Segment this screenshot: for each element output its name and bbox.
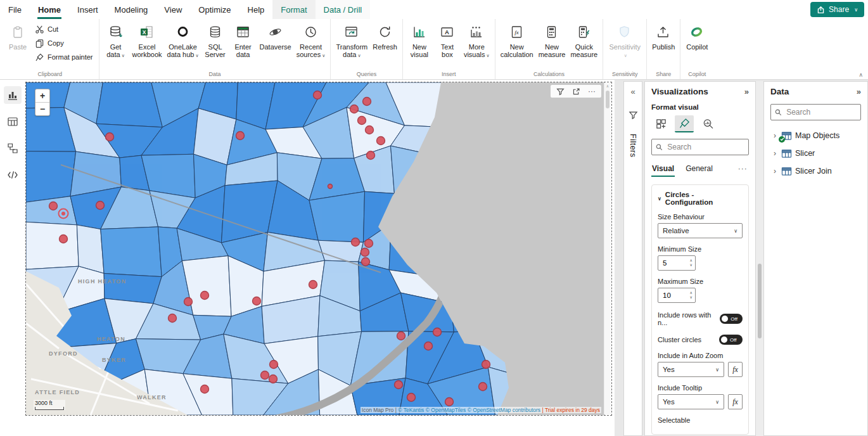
filter-funnel-icon[interactable] xyxy=(555,86,565,96)
search-input[interactable] xyxy=(666,142,744,152)
quick-measure-button[interactable]: Quickmeasure xyxy=(568,21,599,68)
table-label: Slicer xyxy=(795,149,815,158)
spin-down-icon[interactable]: ∨ xyxy=(690,295,692,300)
cluster-circles-toggle[interactable]: Off xyxy=(719,335,743,345)
minimum-size-input[interactable] xyxy=(658,259,686,267)
visualizations-search[interactable] xyxy=(651,139,749,155)
onelake-data-hub-button[interactable]: OneLakedata hub∨ xyxy=(165,21,201,68)
publish-button[interactable]: Publish xyxy=(650,21,677,68)
map-scale: 3000 ft xyxy=(34,400,65,410)
attribution-link[interactable]: © TeKantis xyxy=(398,407,424,413)
table-map-objects[interactable]: › Map Objects xyxy=(770,128,861,143)
zoom-in-button[interactable]: + xyxy=(35,89,49,102)
dax-query-view-icon xyxy=(6,169,19,181)
section-title: Circles - Configuration xyxy=(665,191,743,206)
expand-chevron-icon[interactable]: › xyxy=(772,131,778,140)
menu-tab-view[interactable]: View xyxy=(156,0,190,19)
maximum-size-spinner[interactable]: ∧∨ xyxy=(658,288,696,303)
expand-chevron-icon[interactable]: › xyxy=(772,167,778,176)
visualizations-scrollbar[interactable] xyxy=(756,81,763,436)
scroll-up-arrow[interactable]: ∧ xyxy=(604,83,611,89)
selectable-label: Selectable xyxy=(658,416,743,424)
transform-data-button[interactable]: Transformdata∨ xyxy=(334,21,369,68)
table-slicer[interactable]: › Slicer xyxy=(770,146,861,161)
spin-down-icon[interactable]: ∨ xyxy=(690,263,692,267)
menu-tab-modeling[interactable]: Modeling xyxy=(106,0,156,19)
svg-text:fx: fx xyxy=(514,29,519,35)
tab-general[interactable]: General xyxy=(685,162,713,177)
zoom-out-button[interactable]: − xyxy=(35,102,49,115)
menu-tab-home[interactable]: Home xyxy=(30,0,69,19)
maximum-size-input[interactable] xyxy=(658,291,686,300)
sensitivity-button[interactable]: Sensitivity∨ xyxy=(606,21,643,68)
spin-up-icon[interactable]: ∧ xyxy=(690,291,692,295)
expand-filters-icon[interactable]: « xyxy=(630,87,635,96)
canvas-vertical-scrollbar[interactable]: ∧ xyxy=(604,83,611,414)
attribution-link[interactable]: © OpenMapTiles xyxy=(426,407,466,413)
build-visual-icon[interactable] xyxy=(651,115,670,132)
spin-up-icon[interactable]: ∧ xyxy=(690,259,692,263)
report-canvas[interactable]: HIGH HEATONHEATONDYFORDBYKERWALKERATTLE … xyxy=(25,80,615,436)
new-measure-button[interactable]: Newmeasure xyxy=(537,21,568,68)
checkmark-badge xyxy=(779,136,785,143)
menu-tab-file[interactable]: File xyxy=(0,0,30,19)
search-input[interactable] xyxy=(785,107,857,117)
circles-configuration-header[interactable]: ∨ Circles - Configuration xyxy=(658,191,743,206)
auto-zoom-fx-button[interactable]: fx xyxy=(728,362,743,377)
tooltip-dropdown[interactable]: Yes ∨ xyxy=(658,394,724,409)
recent-sources-button[interactable]: Recentsources∨ xyxy=(295,21,328,68)
choropleth-map[interactable]: HIGH HEATONHEATONDYFORDBYKERWALKERATTLE … xyxy=(26,82,605,415)
paste-button[interactable]: Paste xyxy=(4,21,31,68)
collapse-ribbon-icon[interactable]: ∧ xyxy=(858,72,863,78)
menu-tab-optimize[interactable]: Optimize xyxy=(190,0,239,19)
menu-tab-help[interactable]: Help xyxy=(239,0,273,19)
size-behaviour-dropdown[interactable]: Relative ∨ xyxy=(658,223,743,238)
format-painter-button[interactable]: Format painter xyxy=(32,51,96,63)
menu-tab-data-drill[interactable]: Data / Drill xyxy=(316,0,371,19)
model-view-button[interactable] xyxy=(4,139,22,157)
new-calculation-button[interactable]: fx Newcalculation xyxy=(499,21,535,68)
refresh-button[interactable]: Refresh xyxy=(371,21,399,68)
scrollbar-thumb[interactable] xyxy=(606,91,610,108)
table-slicer-join[interactable]: › Slicer Join xyxy=(770,164,861,179)
new-visual-button[interactable]: Newvisual xyxy=(406,21,433,68)
get-data-button[interactable]: Getdata∨ xyxy=(103,21,129,68)
filters-pane-collapsed[interactable]: « Filters xyxy=(623,81,642,436)
share-button[interactable]: Share ∨ xyxy=(810,2,864,17)
collapse-visualizations-icon[interactable]: » xyxy=(744,87,749,96)
svg-text:ATTLE FIELD: ATTLE FIELD xyxy=(35,389,80,395)
menu-tab-format[interactable]: Format xyxy=(272,0,315,19)
collapse-data-icon[interactable]: » xyxy=(857,87,861,96)
table-view-button[interactable] xyxy=(4,113,22,131)
text-box-button[interactable]: A Textbox xyxy=(434,21,461,68)
copilot-button[interactable]: Copilot xyxy=(684,21,710,68)
analytics-icon[interactable] xyxy=(698,115,717,132)
excel-workbook-button[interactable]: X Excelworkbook xyxy=(131,21,164,68)
enter-data-button[interactable]: Enterdata xyxy=(230,21,257,68)
tab-more-icon[interactable]: ··· xyxy=(737,162,748,177)
sql-server-button[interactable]: SQLServer xyxy=(202,21,229,68)
attribution-link[interactable]: © OpenStreetMap contributors xyxy=(468,407,540,413)
include-rows-toggle[interactable]: Off xyxy=(720,314,743,324)
report-view-button[interactable] xyxy=(4,86,22,104)
data-search[interactable] xyxy=(770,104,861,120)
more-options-icon[interactable]: ··· xyxy=(587,86,597,96)
focus-mode-icon[interactable] xyxy=(571,86,581,96)
auto-zoom-dropdown[interactable]: Yes ∨ xyxy=(658,362,724,377)
expand-chevron-icon[interactable]: › xyxy=(772,149,778,158)
spinner-arrows[interactable]: ∧∨ xyxy=(690,291,695,300)
dax-query-view-button[interactable] xyxy=(4,166,22,184)
copy-button[interactable]: Copy xyxy=(32,37,96,49)
more-visuals-button[interactable]: Morevisuals∨ xyxy=(462,21,492,68)
cut-button[interactable]: Cut xyxy=(32,23,96,35)
format-visual-icon[interactable] xyxy=(675,115,694,132)
spinner-arrows[interactable]: ∧∨ xyxy=(690,259,695,267)
menu-tab-insert[interactable]: Insert xyxy=(69,0,106,19)
tab-visual[interactable]: Visual xyxy=(651,162,675,177)
tooltip-fx-button[interactable]: fx xyxy=(728,394,743,409)
minimum-size-spinner[interactable]: ∧∨ xyxy=(658,255,696,271)
cut-label: Cut xyxy=(48,25,58,33)
map-visual-selected[interactable]: HIGH HEATONHEATONDYFORDBYKERWALKERATTLE … xyxy=(25,82,612,416)
scrollbar-thumb[interactable] xyxy=(758,264,762,338)
dataverse-button[interactable]: Dataverse xyxy=(258,21,293,68)
